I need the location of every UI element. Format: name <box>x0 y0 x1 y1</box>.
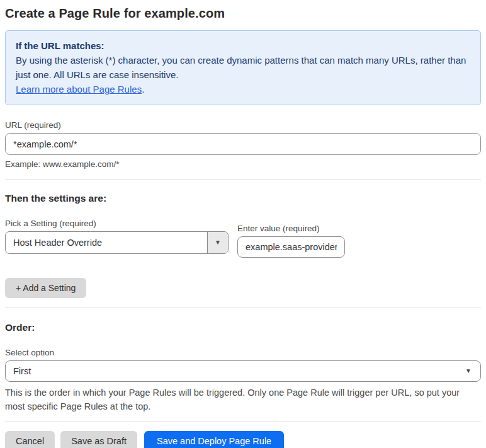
chevron-down-icon: ▼ <box>215 239 221 246</box>
learn-more-link[interactable]: Learn more about Page Rules <box>16 84 142 95</box>
add-setting-button[interactable]: + Add a Setting <box>5 278 86 298</box>
settings-section: Then the settings are: Pick a Setting (r… <box>5 193 481 298</box>
pick-setting-label: Pick a Setting (required) <box>5 219 229 228</box>
link-suffix: . <box>142 84 144 95</box>
footer-actions: Cancel Save as Draft Save and Deploy Pag… <box>5 431 481 448</box>
url-label: URL (required) <box>5 120 481 130</box>
order-section: Order: Select option First ▼ This is the… <box>5 322 481 413</box>
divider <box>5 421 481 422</box>
order-help-text: This is the order in which your Page Rul… <box>5 386 471 413</box>
enter-value-column: Enter value (required) <box>237 224 345 258</box>
save-as-draft-button[interactable]: Save as Draft <box>60 431 137 448</box>
settings-heading: Then the settings are: <box>5 193 481 204</box>
order-dropdown[interactable]: First ▼ <box>5 360 481 382</box>
save-and-deploy-button[interactable]: Save and Deploy Page Rule <box>144 431 284 448</box>
setting-value-input[interactable] <box>237 236 345 258</box>
url-section: URL (required) Example: www.example.com/… <box>5 120 481 169</box>
divider <box>5 307 481 308</box>
info-box-link-line: Learn more about Page Rules. <box>16 82 470 96</box>
pick-setting-dropdown[interactable]: Host Header Override ▼ <box>5 231 229 254</box>
info-box-heading: If the URL matches: <box>16 38 470 53</box>
order-select-label: Select option <box>5 348 481 357</box>
enter-value-label: Enter value (required) <box>237 224 345 233</box>
url-match-info-box: If the URL matches: By using the asteris… <box>5 30 481 105</box>
divider <box>5 179 481 180</box>
pick-setting-selected-value: Host Header Override <box>6 232 207 253</box>
url-example-text: Example: www.example.com/* <box>5 159 481 169</box>
order-heading: Order: <box>5 322 481 333</box>
chevron-down-icon: ▼ <box>465 368 472 374</box>
create-page-rule-form: Create a Page Rule for example.com If th… <box>0 0 486 448</box>
order-selected-value: First <box>13 366 465 376</box>
cancel-button[interactable]: Cancel <box>5 431 55 448</box>
setting-row: Pick a Setting (required) Host Header Ov… <box>5 219 481 258</box>
pick-setting-column: Pick a Setting (required) Host Header Ov… <box>5 219 229 258</box>
url-input[interactable] <box>5 133 481 155</box>
info-box-body: By using the asterisk (*) character, you… <box>16 53 470 82</box>
page-title: Create a Page Rule for example.com <box>5 6 481 21</box>
dropdown-arrow-button[interactable]: ▼ <box>207 232 228 253</box>
